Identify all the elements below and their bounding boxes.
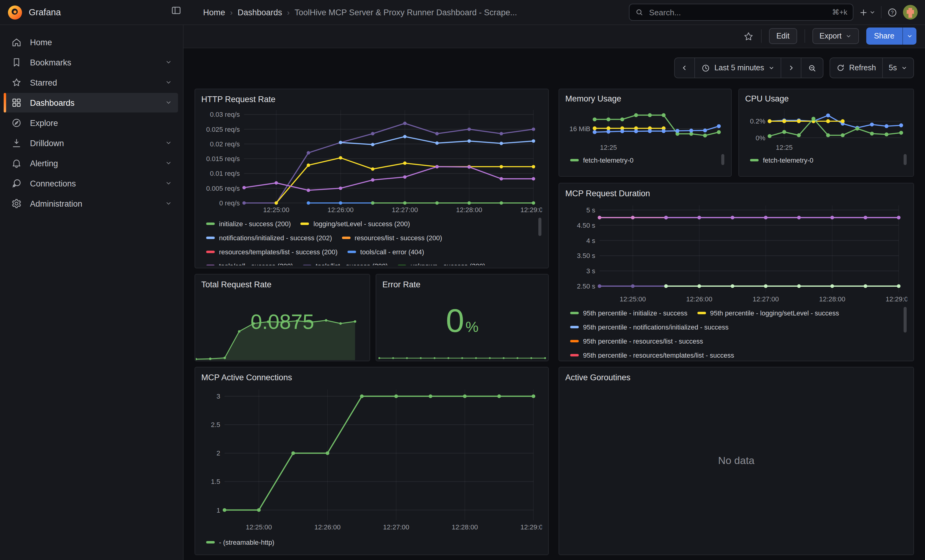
sidebar-item-dashboards[interactable]: Dashboards (4, 93, 178, 113)
drilldown-icon (11, 138, 22, 149)
time-range-group: Last 5 minutes (674, 57, 823, 78)
panel-title[interactable]: MCP Active Connections (201, 371, 542, 383)
legend-item[interactable]: logging/setLevel - success (200) (301, 220, 410, 227)
sidebar-item-label: Connections (30, 179, 76, 188)
share-label[interactable]: Share (866, 27, 902, 45)
chevron-down-icon[interactable] (165, 79, 172, 86)
panel-title[interactable]: CPU Usage (745, 93, 907, 104)
help-icon[interactable]: ? (887, 7, 898, 17)
share-menu-chevron-icon[interactable] (902, 27, 916, 45)
svg-text:1: 1 (217, 506, 220, 514)
mcp-request-duration-chart[interactable]: 12:25:0012:26:0012:27:0012:28:0012:29:00… (565, 199, 907, 306)
legend-scrollbar[interactable] (904, 154, 907, 165)
mcp-active-connections-chart[interactable]: 12:25:0012:26:0012:27:0012:28:0012:29:00… (201, 383, 542, 535)
cpu-usage-chart[interactable]: 12:250.2%0% (745, 104, 907, 152)
breadcrumb-home[interactable]: Home (203, 8, 225, 17)
legend-item[interactable]: notifications/initialized - success (202… (206, 234, 332, 241)
legend-item[interactable]: tools/call - error (404) (348, 248, 424, 255)
time-shift-forward-button[interactable] (780, 58, 801, 78)
legend-scrollbar[interactable] (904, 307, 907, 333)
zoom-out-button[interactable] (801, 58, 823, 78)
chevron-down-icon[interactable] (165, 159, 172, 166)
sidebar-item-bookmarks[interactable]: Bookmarks (4, 53, 178, 72)
legend-item[interactable]: unknown - success (200) (398, 262, 485, 265)
grafana-logo-icon[interactable] (8, 5, 22, 19)
sidebar-item-starred[interactable]: Starred (4, 73, 178, 92)
svg-text:12:27:00: 12:27:00 (753, 295, 779, 303)
avatar[interactable] (903, 5, 917, 20)
panel-title[interactable]: HTTP Request Rate (201, 93, 542, 105)
chevron-down-icon[interactable] (165, 59, 172, 65)
refresh-label: Refresh (849, 64, 876, 72)
no-data-message: No data (559, 368, 913, 554)
legend-item[interactable]: fetch-telemetry-0 (570, 156, 633, 164)
panel-title[interactable]: MCP Request Duration (565, 187, 907, 199)
chevron-down-icon[interactable] (165, 140, 172, 146)
memory-legend: fetch-telemetry-0 (565, 153, 725, 174)
svg-text:0%: 0% (756, 134, 765, 142)
legend-label: 95th percentile - initialize - success (583, 309, 687, 316)
chevron-down-icon (845, 33, 851, 39)
sidebar-item-connections[interactable]: Connections (4, 174, 178, 193)
time-shift-back-button[interactable] (675, 58, 694, 78)
legend-item[interactable]: tools/call - success (200) (206, 262, 293, 265)
legend-item[interactable]: 95th percentile - logging/setLevel - suc… (697, 309, 839, 316)
search-field[interactable] (648, 7, 828, 17)
legend-scrollbar[interactable] (721, 154, 724, 165)
chevron-down-icon[interactable] (165, 200, 172, 207)
add-new-button[interactable] (859, 8, 875, 17)
edit-button[interactable]: Edit (769, 28, 797, 44)
export-button[interactable]: Export (812, 28, 859, 44)
svg-text:2.50 s: 2.50 s (577, 282, 595, 290)
panel-title[interactable]: Memory Usage (565, 93, 725, 104)
svg-text:12:28:00: 12:28:00 (456, 206, 482, 214)
legend-item[interactable]: - (streamable-http) (206, 538, 274, 546)
legend-scrollbar[interactable] (538, 218, 541, 236)
sidebar-item-alerting[interactable]: Alerting (4, 153, 178, 173)
panel-title[interactable]: Error Rate (383, 278, 542, 290)
toggle-sidebar-icon[interactable] (171, 5, 182, 16)
legend-item[interactable]: 95th percentile - resources/templates/li… (570, 351, 734, 358)
legend-item[interactable]: 95th percentile - resources/list - succe… (570, 337, 703, 344)
sidebar-item-label: Drilldown (30, 138, 64, 148)
http-request-rate-chart[interactable]: 12:25:0012:26:0012:27:0012:28:0012:29:00… (201, 105, 542, 216)
legend-row: 95th percentile - resources/list - succe… (570, 334, 907, 348)
error-rate-number: 0 (446, 302, 464, 339)
share-button[interactable]: Share (866, 27, 916, 45)
panel-title[interactable]: Total Request Rate (201, 278, 363, 290)
legend-label: resources/list - success (200) (354, 234, 442, 241)
panel-total-request-rate: Total Request Rate 0.0875 (194, 274, 370, 361)
sidebar-item-explore[interactable]: Explore (4, 113, 178, 133)
sidebar-item-label: Explore (30, 118, 58, 128)
panel-active-goroutines: Active Goroutines No data (559, 367, 914, 555)
search-icon (635, 8, 643, 17)
chevron-down-icon[interactable] (165, 99, 172, 106)
legend-item[interactable]: 95th percentile - initialize - success (570, 309, 687, 316)
legend-item[interactable]: 95th percentile - notifications/initiali… (570, 323, 729, 330)
svg-text:12:25: 12:25 (600, 144, 617, 151)
star-dashboard-icon[interactable] (743, 31, 754, 41)
legend-marker (206, 222, 215, 225)
legend-marker (206, 236, 215, 239)
refresh-interval-picker[interactable]: 5s (882, 58, 913, 78)
legend-item[interactable]: tools/list - success (200) (303, 262, 388, 265)
sidebar-item-administration[interactable]: Administration (4, 194, 178, 213)
time-controls: Last 5 minutes Refresh 5s (674, 57, 914, 78)
clock-icon (701, 63, 710, 72)
legend-item[interactable]: resources/list - success (200) (342, 234, 442, 241)
time-range-picker[interactable]: Last 5 minutes (694, 58, 780, 78)
legend-item[interactable]: fetch-telemetry-0 (750, 156, 814, 164)
legend-item[interactable]: initialize - success (200) (206, 220, 291, 227)
breadcrumb-dashboards[interactable]: Dashboards (238, 8, 282, 17)
chevron-down-icon (901, 65, 907, 71)
svg-text:5 s: 5 s (586, 206, 595, 214)
legend-item[interactable]: resources/templates/list - success (200) (206, 248, 338, 255)
chevron-down-icon[interactable] (165, 180, 172, 186)
sidebar-item-drilldown[interactable]: Drilldown (4, 133, 178, 153)
dashboard-actions-bar: Edit Export Share (184, 24, 925, 48)
memory-usage-chart[interactable]: 12:2516 MiB (565, 104, 725, 152)
time-range-label: Last 5 minutes (714, 64, 764, 72)
sidebar-item-home[interactable]: Home (4, 32, 178, 52)
search-input[interactable]: ⌘+k (629, 4, 853, 21)
refresh-button[interactable]: Refresh (830, 58, 882, 78)
